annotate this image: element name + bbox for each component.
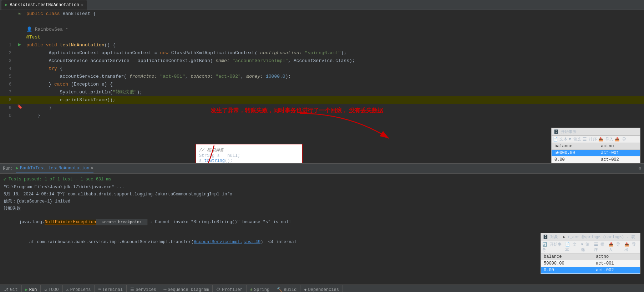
- db-icon-2: 🗄️: [543, 235, 548, 239]
- run-tab-close[interactable]: ✕: [91, 165, 93, 171]
- code-line: 5 accountService.transfer( fromActno: "a…: [0, 73, 644, 81]
- red-arrow-2: [178, 145, 250, 163]
- code-line: 4 try {: [0, 65, 644, 73]
- run-panel: Run: ▶ BankTxTest.testNoAnnotation ✕ ⚙ ✔…: [0, 163, 644, 285]
- db-icon: 🗄️: [554, 129, 559, 134]
- annotation-overlay: 发生了异常，转账失败，同时事务也进行了一个回滚， 没有丢失数据: [211, 106, 383, 115]
- db-table-popup-2[interactable]: 🗄️ 对象 ▶ t_act @spring6 (Spring6) - 表 🔄 开…: [541, 233, 640, 274]
- checkmark-icon: ✔: [4, 176, 6, 182]
- spring-icon: ❧: [18, 10, 21, 17]
- table-row-selected: 0.00act-002: [541, 267, 640, 274]
- bottom-profiler[interactable]: ⏱ Profiler: [213, 285, 247, 292]
- bottom-problems[interactable]: ⚠ Problems: [63, 285, 95, 292]
- console-line: "C:\Program Files\Java\jdk-17\bin\java.e…: [0, 184, 644, 191]
- tab-close-icon[interactable]: ✕: [81, 3, 83, 7]
- git-label: Git: [10, 287, 18, 292]
- settings-icon[interactable]: ⚙: [639, 166, 641, 171]
- npe-text: java.lang.: [19, 220, 45, 225]
- editor-tab-bar: ▶ BankTxTest.testNoAnnotation ✕: [0, 0, 644, 10]
- code-line: 👤 RainbowSea *: [0, 26, 644, 34]
- db-table-popup-1[interactable]: 🗄️ 开始事务 📄 文本 ▼ 筛选 ☰ 排序 📥 导入 📤 导 balancea…: [551, 128, 640, 163]
- bottom-sequence[interactable]: ⟶ Sequence Diagram: [160, 285, 213, 292]
- profiler-icon: ⏱: [216, 287, 220, 292]
- bottom-services[interactable]: ☰ Services: [127, 285, 160, 292]
- dependencies-label: Dependencies: [308, 287, 339, 292]
- npe-popup[interactable]: Create breakpoint: [96, 219, 147, 225]
- tab-run-icon: ▶: [5, 2, 7, 7]
- table-row: 50000.00act-001: [552, 150, 640, 157]
- console-line-transfer: 转账失败: [0, 205, 644, 212]
- run-header: Run: ▶ BankTxTest.testNoAnnotation ✕ ⚙: [0, 164, 644, 174]
- sequence-icon: ⟶: [164, 287, 166, 292]
- todo-icon: ☑: [44, 287, 47, 292]
- bottom-spring[interactable]: ♣ Spring: [247, 285, 273, 292]
- db-table-name: t_act @spring6 (Spring6) - 表: [568, 234, 635, 240]
- code-line: 7 System.out.println("转账失败");: [0, 88, 644, 96]
- db-title-1: 开始事务: [561, 129, 577, 134]
- editor-area: ❧ public class BankTxTest { 👤 RainbowSea…: [0, 10, 644, 163]
- db-table-1: balanceactno 50000.00act-001 0.00act-002: [552, 143, 640, 163]
- editor-tab-active[interactable]: ▶ BankTxTest.testNoAnnotation ✕: [1, 0, 87, 10]
- bottom-build[interactable]: 🔨 Build: [273, 285, 300, 292]
- console-line-npe: java.lang.NullPointerException Create br…: [0, 212, 644, 232]
- build-label: Build: [284, 287, 296, 292]
- db-table-2: balanceactno 50000.00act-001 0.00act-002: [541, 253, 640, 274]
- code-line: 3 AccountService accountService = applic…: [0, 57, 644, 65]
- run-gutter-icon[interactable]: ▶: [18, 41, 21, 47]
- spring-icon-bar: ♣: [250, 287, 253, 292]
- code-line: 1 ▶ public void testNoAnnotation() {: [0, 41, 644, 49]
- sequence-label: Sequence Diagram: [168, 287, 209, 292]
- code-line: 2 ApplicationContext applicationContext …: [0, 49, 644, 57]
- problems-icon: ⚠: [66, 287, 69, 292]
- code-line: 6 } catch (Exception e) {: [0, 81, 644, 88]
- code-line: ❧ public class BankTxTest {: [0, 10, 644, 18]
- profiler-label: Profiler: [222, 287, 243, 292]
- build-icon: 🔨: [277, 287, 282, 292]
- table-row: 0.00act-002: [552, 157, 640, 163]
- console-line: 5月 18, 2024 4:08:14 下午 com.alibaba.druid…: [0, 191, 644, 198]
- run-tab-label: BankTxTest.testNoAnnotation: [20, 166, 89, 171]
- terminal-icon: ⌨: [98, 287, 101, 292]
- red-arrow-1: [300, 110, 400, 153]
- db-title-2: 对象: [550, 234, 558, 240]
- code-line: [0, 18, 644, 26]
- run-pass-line: ✔ Tests passed: 1 of 1 test – 1 sec 631 …: [0, 175, 644, 184]
- problems-label: Problems: [70, 287, 91, 292]
- db-toolbar-2: 🔄 开始事务 📄 文本 ▼ 筛选 ☰ 排序 📥 导入 📤 导出: [541, 241, 640, 253]
- spring-label: Spring: [254, 287, 269, 292]
- run-active-tab[interactable]: ▶ BankTxTest.testNoAnnotation ✕: [16, 164, 93, 173]
- run-tab-icon: ▶: [16, 165, 19, 171]
- bottom-terminal[interactable]: ⌨ Terminal: [95, 285, 127, 292]
- services-label: Services: [136, 287, 156, 292]
- db-popup-header-1: 🗄️ 开始事务: [552, 128, 640, 136]
- git-icon: ⎇: [4, 287, 9, 292]
- bottom-toolbar: ⎇ Git ▶ Run ☑ TODO ⚠ Problems ⌨ Terminal…: [0, 285, 644, 292]
- annotation-text: 发生了异常，转账失败，同时事务也进行了一个回滚， 没有丢失数据: [211, 106, 383, 115]
- todo-label: TODO: [49, 287, 59, 292]
- console-line: 信息：{dataSource-1} inited: [0, 198, 644, 205]
- terminal-label: Terminal: [102, 287, 123, 292]
- run-settings-area: ⚙: [639, 166, 641, 171]
- bottom-run[interactable]: ▶ Run: [22, 285, 41, 292]
- db-toolbar-1: 📄 文本 ▼ 筛选 ☰ 排序 📥 导入 📤 导: [552, 136, 640, 143]
- pass-text: Tests passed: 1 of 1 test – 1 sec 631 ms: [9, 177, 111, 182]
- bookmark-icon: 🔖: [17, 104, 22, 109]
- code-line: @Test: [0, 34, 644, 41]
- code-line-highlighted: 8 e.printStackTrace();: [0, 96, 644, 104]
- bottom-git[interactable]: ⎇ Git: [0, 285, 22, 292]
- services-icon: ☰: [130, 287, 134, 292]
- table-row: 50000.00act-001: [541, 260, 640, 267]
- npe-highlight: NullPointerException: [45, 220, 96, 225]
- run-label: Run:: [3, 166, 13, 171]
- tab-label: BankTxTest.testNoAnnotation: [10, 2, 79, 7]
- bottom-dependencies[interactable]: ◆ Dependencies: [300, 285, 343, 292]
- run-icon: ▶: [25, 287, 28, 292]
- stack-trace-link[interactable]: AccountServiceImpl.java:49: [194, 240, 260, 245]
- run-label-bar: Run: [29, 287, 37, 292]
- bottom-todo[interactable]: ☑ TODO: [41, 285, 62, 292]
- db-popup-header-2: 🗄️ 对象 ▶ t_act @spring6 (Spring6) - 表: [541, 233, 640, 241]
- dependencies-icon: ◆: [304, 287, 306, 292]
